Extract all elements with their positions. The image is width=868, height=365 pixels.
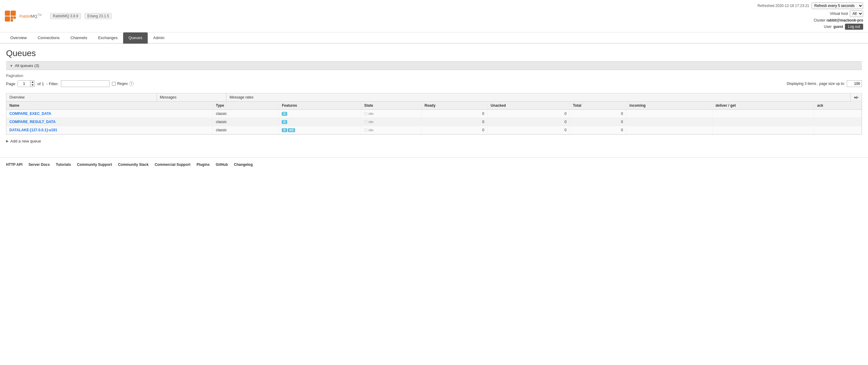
queue-name-link[interactable]: DATALAKE-[127.0.0.1]-u191 xyxy=(9,128,57,132)
table-row[interactable]: COMPARE_EXEC_DATAclassicDidle000 xyxy=(6,110,862,118)
section-arrow-icon: ▼ xyxy=(10,64,13,68)
queue-ready-cell: 0 xyxy=(421,110,487,118)
user-row: User guest Log out xyxy=(824,24,863,30)
queues-data-table: Name Type Features State Ready Unacked T… xyxy=(6,102,862,134)
cluster-label: Cluster xyxy=(814,18,825,23)
erlang-version: Erlang 23.1.5 xyxy=(85,13,112,19)
feature-badge: D xyxy=(282,128,287,132)
queue-type-cell: classic xyxy=(213,110,279,118)
queue-state-text: idle xyxy=(369,120,374,124)
nav-item-channels[interactable]: Channels xyxy=(65,32,93,44)
col-unacked: Unacked xyxy=(487,102,569,110)
filter-label: - Filter: xyxy=(46,81,59,86)
pagination-controls: Page ▲ ▼ of 1 - Filter: Regex ? Displayi… xyxy=(6,80,862,87)
refresh-select[interactable]: Refresh every 5 seconds Refresh every 10… xyxy=(812,2,863,9)
top-right: Refreshed 2020-12-18 17:23:21 Refresh ev… xyxy=(757,2,863,30)
state-indicator xyxy=(364,112,367,115)
queue-incoming-cell xyxy=(626,118,712,126)
virtual-host-label: Virtual host xyxy=(830,11,848,16)
page-number-input[interactable] xyxy=(18,80,30,87)
rabbitmq-logo-icon xyxy=(5,11,16,22)
queue-state-cell: idle xyxy=(361,118,421,126)
nav-item-exchanges[interactable]: Exchanges xyxy=(93,32,123,44)
vhost-row: Virtual host All / xyxy=(830,10,863,17)
displaying-text: Displaying 3 items , page size up to: xyxy=(787,81,845,86)
logo-tm-text: TM xyxy=(37,13,41,17)
queue-ack-cell xyxy=(814,126,862,134)
footer-link-plugins[interactable]: Plugins xyxy=(196,163,210,167)
queue-ack-cell xyxy=(814,118,862,126)
feature-badge: AD xyxy=(288,128,295,132)
queue-incoming-cell xyxy=(626,110,712,118)
table-row[interactable]: DATALAKE-[127.0.0.1]-u191classicDADidle0… xyxy=(6,126,862,134)
page-up-button[interactable]: ▲ xyxy=(30,80,35,84)
nav-item-overview[interactable]: Overview xyxy=(5,32,32,44)
refresh-row: Refreshed 2020-12-18 17:23:21 Refresh ev… xyxy=(757,2,863,9)
table-header-row: Name Type Features State Ready Unacked T… xyxy=(6,102,862,110)
help-icon[interactable]: ? xyxy=(129,81,134,86)
table-section-header: Overview Messages Message rates +/- xyxy=(6,93,862,102)
footer: HTTP APIServer DocsTutorialsCommunity Su… xyxy=(0,157,868,172)
state-indicator xyxy=(364,120,367,123)
regex-checkbox[interactable] xyxy=(112,82,116,86)
queues-tbody: COMPARE_EXEC_DATAclassicDidle000COMPARE_… xyxy=(6,110,862,134)
queue-features-cell: D xyxy=(279,110,361,118)
col-ack: ack xyxy=(814,102,862,110)
add-queue-arrow-icon: ▶ xyxy=(6,139,8,143)
logout-button[interactable]: Log out xyxy=(845,24,863,30)
page-down-button[interactable]: ▼ xyxy=(30,84,35,87)
queue-features-cell: D xyxy=(279,118,361,126)
pagination-section: Pagination Page ▲ ▼ of 1 - Filter: Regex… xyxy=(6,70,862,90)
col-state: State xyxy=(361,102,421,110)
svg-rect-3 xyxy=(11,16,13,19)
queue-name-link[interactable]: COMPARE_EXEC_DATA xyxy=(9,111,51,116)
section-overview: Overview xyxy=(6,93,157,102)
col-incoming: incoming xyxy=(626,102,712,110)
all-queues-section-header[interactable]: ▼ All queues (3) xyxy=(6,61,862,70)
footer-link-http-api[interactable]: HTTP API xyxy=(6,163,23,167)
section-messages: Messages xyxy=(157,93,226,102)
table-row[interactable]: COMPARE_RESULT_DATAclassicDidle000 xyxy=(6,118,862,126)
refreshed-text: Refreshed 2020-12-18 17:23:21 xyxy=(757,4,809,8)
page-label: Page xyxy=(6,81,15,86)
footer-link-github[interactable]: GitHub xyxy=(216,163,228,167)
logo-mq-text: MQ xyxy=(31,14,37,19)
queue-total-cell: 0 xyxy=(569,126,626,134)
queue-name-cell[interactable]: DATALAKE-[127.0.0.1]-u191 xyxy=(6,126,213,134)
user-label: User xyxy=(824,25,832,29)
svg-rect-1 xyxy=(11,11,16,16)
logo-text: RabbitMQTM xyxy=(20,13,41,19)
footer-link-tutorials[interactable]: Tutorials xyxy=(56,163,71,167)
state-indicator xyxy=(364,129,367,132)
col-ready: Ready xyxy=(421,102,487,110)
queues-table: Overview Messages Message rates +/- Name… xyxy=(6,93,862,135)
page-title: Queues xyxy=(6,48,862,58)
columns-toggle-button[interactable]: +/- xyxy=(851,94,862,101)
page-spinner: ▲ ▼ xyxy=(30,80,35,87)
footer-link-community-slack[interactable]: Community Slack xyxy=(118,163,149,167)
page-size-input[interactable] xyxy=(847,80,862,87)
nav-item-admin[interactable]: Admin xyxy=(148,32,170,44)
virtual-host-select[interactable]: All / xyxy=(850,10,863,17)
footer-link-community-support[interactable]: Community Support xyxy=(77,163,112,167)
feature-badge: D xyxy=(282,112,287,116)
queue-name-link[interactable]: COMPARE_RESULT_DATA xyxy=(9,120,56,124)
nav-item-connections[interactable]: Connections xyxy=(32,32,65,44)
footer-link-server-docs[interactable]: Server Docs xyxy=(29,163,50,167)
queue-total-cell: 0 xyxy=(569,118,626,126)
queue-name-cell[interactable]: COMPARE_RESULT_DATA xyxy=(6,118,213,126)
queue-type-cell: classic xyxy=(213,118,279,126)
queue-state-text: idle xyxy=(369,112,374,115)
add-queue-section[interactable]: ▶ Add a new queue xyxy=(6,139,862,143)
queue-state-text: idle xyxy=(369,128,374,132)
filter-input[interactable] xyxy=(61,80,110,87)
queue-name-cell[interactable]: COMPARE_EXEC_DATA xyxy=(6,110,213,118)
add-queue-label: Add a new queue xyxy=(10,139,41,143)
section-msgrates: Message rates xyxy=(226,93,851,102)
queue-state-cell: idle xyxy=(361,126,421,134)
nav-item-queues[interactable]: Queues xyxy=(123,32,148,44)
footer-link-changelog[interactable]: Changelog xyxy=(234,163,253,167)
footer-link-commercial-support[interactable]: Commercial Support xyxy=(155,163,190,167)
col-name: Name xyxy=(6,102,213,110)
svg-rect-0 xyxy=(5,11,10,16)
